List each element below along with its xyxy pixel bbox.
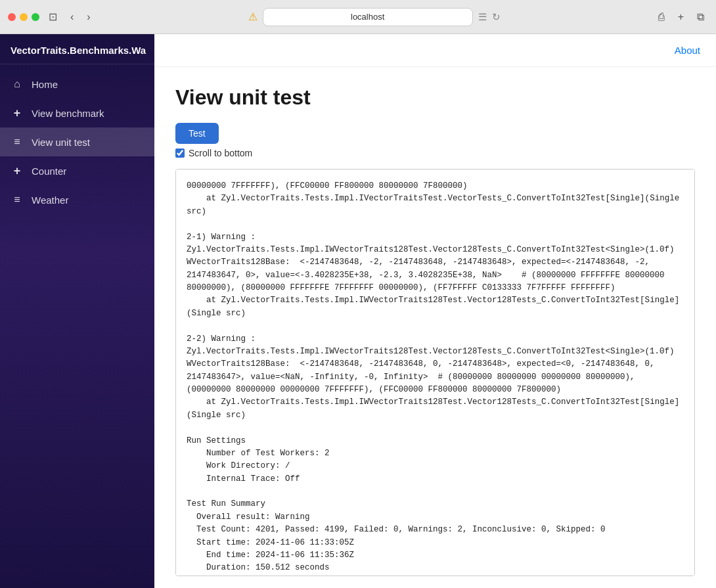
home-icon: ⌂ <box>11 78 24 91</box>
sidebar-toggle-button[interactable]: ⊡ <box>45 8 61 26</box>
sidebar-item-home-label: Home <box>32 79 58 90</box>
top-bar: About <box>154 34 716 67</box>
browser-chrome: ⊡ ‹ › ⚠ localhost ☰ ↻ ⎙ + ⧉ <box>0 0 716 34</box>
sidebar-item-view-benchmark[interactable]: + View benchmark <box>0 99 154 127</box>
sidebar-item-counter-label: Counter <box>32 166 66 177</box>
sidebar-item-weather-label: Weather <box>32 194 68 206</box>
counter-icon: + <box>11 164 24 177</box>
tabs-button[interactable]: ⧉ <box>693 9 708 26</box>
share-button[interactable]: ⎙ <box>654 9 669 26</box>
reader-icon[interactable]: ☰ <box>478 11 487 23</box>
traffic-light-yellow[interactable] <box>20 13 28 21</box>
weather-icon: ≡ <box>11 193 24 206</box>
sidebar-item-view-unit-test[interactable]: ≡ View unit test <box>0 127 154 156</box>
app-container: VectorTraits.Benchmarks.Wa ⌂ Home + View… <box>0 34 716 588</box>
scroll-checkbox-row: Scroll to bottom <box>175 148 695 158</box>
scroll-to-bottom-label: Scroll to bottom <box>189 148 252 158</box>
sidebar-item-home[interactable]: ⌂ Home <box>0 70 154 99</box>
back-button[interactable]: ‹ <box>66 9 78 26</box>
traffic-lights <box>8 13 39 21</box>
sidebar-item-view-unit-test-label: View unit test <box>32 137 90 148</box>
forward-button[interactable]: › <box>83 9 94 26</box>
sidebar-header: VectorTraits.Benchmarks.Wa <box>0 34 154 64</box>
scroll-to-bottom-checkbox[interactable] <box>175 148 185 158</box>
address-bar[interactable]: localhost <box>263 8 473 26</box>
refresh-icon[interactable]: ↻ <box>492 11 501 23</box>
content-area: View unit test Test Scroll to bottom 000… <box>154 67 716 588</box>
traffic-light-red[interactable] <box>8 13 16 21</box>
about-link[interactable]: About <box>675 45 700 56</box>
traffic-light-green[interactable] <box>32 13 39 21</box>
browser-toolbar-right: ⎙ + ⧉ <box>654 9 708 26</box>
address-bar-container: ⚠ localhost ☰ ↻ <box>100 8 649 26</box>
main-content: About View unit test Test Scroll to bott… <box>154 34 716 588</box>
sidebar-nav: ⌂ Home + View benchmark ≡ View unit test… <box>0 64 154 219</box>
new-tab-button[interactable]: + <box>674 9 688 26</box>
page-title: View unit test <box>175 85 695 110</box>
output-box[interactable]: 00000000 7FFFFFFF), (FFC00000 FF800000 8… <box>175 169 695 576</box>
sidebar-item-counter[interactable]: + Counter <box>0 156 154 185</box>
test-button[interactable]: Test <box>175 123 219 144</box>
sidebar: VectorTraits.Benchmarks.Wa ⌂ Home + View… <box>0 34 154 588</box>
sidebar-item-view-benchmark-label: View benchmark <box>32 108 104 119</box>
page-icon: ⚠ <box>248 11 257 23</box>
add-icon: + <box>11 106 24 120</box>
sidebar-item-weather[interactable]: ≡ Weather <box>0 185 154 214</box>
list-icon: ≡ <box>11 135 24 148</box>
